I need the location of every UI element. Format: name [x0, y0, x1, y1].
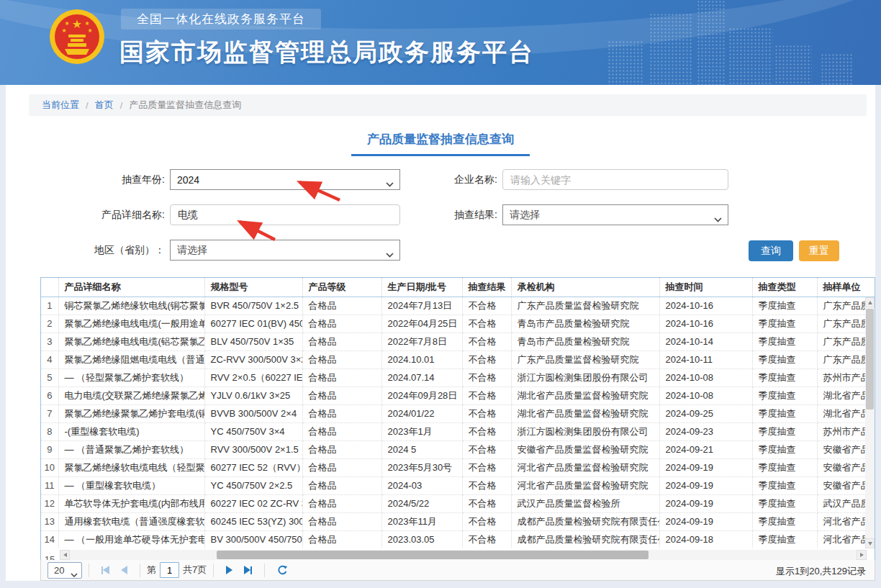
pagination-bar: 20 第 共7页 显示1到20,共129记录	[40, 560, 875, 581]
scroll-up-icon[interactable]	[865, 297, 875, 307]
table-row[interactable]: 4聚氯乙烯绝缘阻燃电缆电线（普通聚氯ZC-RVV 300/500V 3×2合格品…	[41, 350, 875, 368]
data-cell: 不合格	[462, 512, 511, 530]
svg-text:★: ★	[87, 27, 92, 34]
first-page-icon[interactable]	[101, 566, 109, 574]
data-cell: 合格品	[302, 476, 381, 494]
year-label: 抽查年份:	[6, 173, 170, 186]
data-cell: 2024-10-16	[659, 315, 752, 333]
data-cell: 聚氯乙烯绝缘聚氯乙烯护套电缆(铜芯	[58, 404, 204, 422]
horizontal-scroll-thumb[interactable]	[217, 551, 649, 559]
data-cell: 河北省产品质量监督检验研究院	[511, 476, 659, 494]
reset-button[interactable]: 重置	[799, 240, 839, 261]
pager-divider	[213, 564, 214, 577]
row-number-cell: 11	[41, 476, 58, 494]
last-page-icon[interactable]	[244, 566, 252, 574]
data-cell: 聚氯乙烯绝缘电线电缆(铝芯聚氯乙烯	[58, 333, 204, 350]
column-header[interactable]: 抽查类型	[752, 278, 817, 297]
column-header[interactable]	[41, 278, 58, 297]
data-cell: 2024-09-18	[659, 530, 752, 548]
breadcrumb-home-link[interactable]: 首页	[95, 99, 114, 112]
data-cell: 60245 IEC 53(YZ) 300/5	[204, 512, 302, 530]
table-row[interactable]: 1铜芯聚氯乙烯绝缘软电线(铜芯聚氯乙BVR 450/750V 1×2.5合格品2…	[41, 297, 875, 315]
table-header-row: 产品详细名称规格型号产品等级生产日期/批号抽查结果承检机构抽查时间抽查类型抽样单…	[41, 278, 875, 297]
region-label: 地区（省别）：	[6, 244, 170, 257]
table-row[interactable]: 9— （普通聚氯乙烯护套软线）RVV 300/500V 2×1.5（合格品202…	[41, 440, 875, 458]
page-size-select[interactable]: 20	[48, 562, 82, 579]
row-number-cell: 14	[41, 530, 58, 548]
column-header[interactable]: 抽样单位	[817, 278, 875, 297]
data-cell: 2024-09-19	[659, 476, 752, 494]
data-cell: 合格品	[302, 458, 381, 476]
table-row[interactable]: 5— （轻型聚氯乙烯护套软线）RVV 2×0.5（60227 IEC合格品202…	[41, 368, 875, 386]
grid-bottom-strip: 15	[41, 548, 875, 561]
svg-text:★: ★	[72, 17, 82, 31]
data-cell: RVV 2×0.5（60227 IEC	[204, 368, 302, 386]
data-cell: 季度抽查	[752, 404, 817, 422]
results-grid: 产品详细名称规格型号产品等级生产日期/批号抽查结果承检机构抽查时间抽查类型抽样单…	[40, 277, 875, 561]
data-cell: 聚氯乙烯绝缘阻燃电缆电线（普通聚氯	[58, 350, 204, 368]
row-number-cell: 12	[41, 494, 58, 512]
data-cell: 2024-10-14	[659, 333, 752, 350]
data-cell: 季度抽查	[752, 476, 817, 494]
page-number-input[interactable]	[160, 562, 179, 578]
data-cell: 2024-09-21	[659, 440, 752, 458]
prev-page-icon[interactable]	[121, 566, 127, 574]
data-cell: 合格品	[302, 368, 381, 386]
row-number-cell: 7	[41, 404, 58, 422]
column-header[interactable]: 生产日期/批号	[381, 278, 462, 297]
result-select[interactable]: 请选择	[502, 204, 728, 225]
query-button[interactable]: 查询	[749, 240, 793, 261]
table-row[interactable]: 11— （重型橡套软电缆）YC 450/750V 2×2.5合格品2024-03…	[41, 476, 875, 494]
column-header[interactable]: 承检机构	[511, 278, 659, 297]
data-cell: 聚氯乙烯绝缘电线电缆(一般用途单芯	[58, 315, 204, 333]
refresh-icon[interactable]	[277, 565, 288, 576]
total-pages-label: 共7页	[183, 564, 207, 576]
data-cell: 2024/5/22	[381, 494, 462, 512]
table-row[interactable]: 6电力电缆(交联聚乙烯绝缘聚氯乙烯护YJLV 0.6/1kV 3×25合格品20…	[41, 386, 875, 404]
data-cell: 季度抽查	[752, 530, 817, 548]
data-cell: 2024 5	[381, 440, 462, 458]
svg-text:★: ★	[84, 20, 89, 27]
next-page-icon[interactable]	[226, 566, 232, 574]
chevron-down-icon	[71, 569, 78, 579]
row-number-cell: 8	[41, 422, 58, 440]
vertical-scrollbar[interactable]	[865, 297, 875, 548]
product-name-input[interactable]	[170, 204, 400, 225]
result-select-value: 请选择	[510, 209, 540, 222]
scroll-down-icon[interactable]	[865, 538, 875, 548]
tab-product-quality-query[interactable]: 产品质量监督抽查信息查询	[351, 127, 530, 156]
table-row[interactable]: 7聚氯乙烯绝缘聚氯乙烯护套电缆(铜芯BVVB 300/500V 2×4合格品20…	[41, 404, 875, 422]
data-cell: 2023年5月30号	[381, 458, 462, 476]
table-row[interactable]: 8-(重型橡套软电缆)YC 450/750V 3×4合格品2023年1月不合格浙…	[41, 422, 875, 440]
scroll-left-icon[interactable]	[60, 550, 70, 560]
column-header[interactable]: 抽查时间	[659, 278, 752, 297]
data-cell: 2024年09月28日	[381, 386, 462, 404]
column-header[interactable]: 规格型号	[204, 278, 302, 297]
data-cell: BLV 450/750V 1×35	[204, 333, 302, 350]
table-row[interactable]: 12单芯软导体无护套电缆(内部布线用导60227 IEC 02 ZC-RV 30…	[41, 494, 875, 512]
data-cell: 不合格	[462, 440, 511, 458]
table-row[interactable]: 13通用橡套软电缆（普通强度橡套软线)60245 IEC 53(YZ) 300/…	[41, 512, 875, 530]
column-header[interactable]: 产品详细名称	[58, 278, 204, 297]
region-select[interactable]: 请选择	[170, 240, 400, 261]
vertical-scroll-thumb[interactable]	[866, 309, 874, 410]
table-row[interactable]: 2聚氯乙烯绝缘电线电缆(一般用途单芯60277 IEC 01(BV) 450/合…	[41, 315, 875, 333]
data-cell: 不合格	[462, 494, 511, 512]
row-number-cell: 3	[41, 333, 58, 350]
data-cell: 通用橡套软电缆（普通强度橡套软线)	[58, 512, 204, 530]
column-header[interactable]: 抽查结果	[462, 278, 511, 297]
company-input[interactable]	[502, 169, 728, 190]
scroll-right-icon[interactable]	[857, 550, 867, 560]
breadcrumb-separator: /	[120, 100, 123, 111]
table-row[interactable]: 14— （一般用途单芯硬导体无护套电缆)BV 300/500V 450/750V…	[41, 530, 875, 548]
table-row[interactable]: 10聚氯乙烯绝缘软电缆电线（轻型聚氯乙60277 IEC 52（RVV） 3合格…	[41, 458, 875, 476]
horizontal-scrollbar[interactable]	[60, 550, 867, 560]
breadcrumb-location-link[interactable]: 当前位置	[42, 99, 79, 112]
data-cell: 季度抽查	[752, 368, 817, 386]
data-cell: 季度抽查	[752, 422, 817, 440]
data-cell: 2024-10-08	[659, 368, 752, 386]
table-row[interactable]: 3聚氯乙烯绝缘电线电缆(铝芯聚氯乙烯BLV 450/750V 1×35合格品20…	[41, 333, 875, 350]
year-select[interactable]: 2024	[170, 169, 400, 190]
row-number-cell: 2	[41, 315, 58, 333]
column-header[interactable]: 产品等级	[302, 278, 381, 297]
